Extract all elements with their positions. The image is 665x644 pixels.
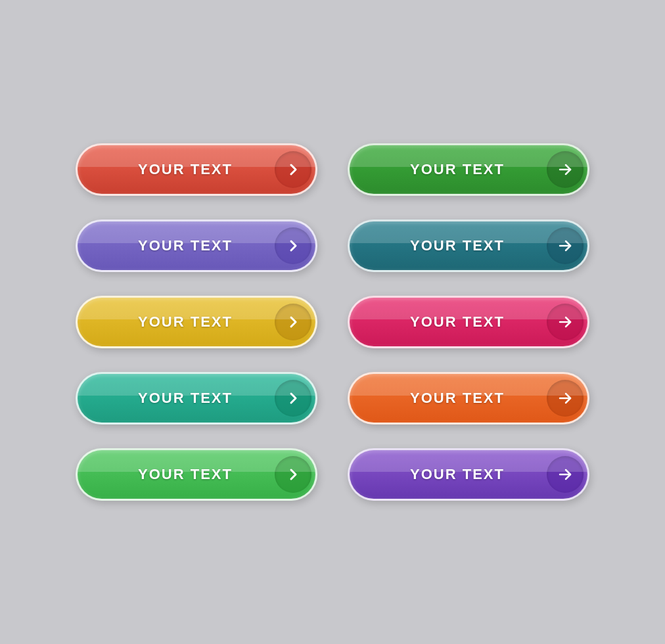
btn-green2-button[interactable]: YOUR TEXT — [76, 448, 317, 501]
button-wrap-btn-purple: YOUR TEXT — [76, 219, 317, 272]
btn-green2-label: YOUR TEXT — [96, 466, 275, 483]
button-wrap-btn-orange: YOUR TEXT — [348, 372, 589, 425]
chevron-right-icon — [275, 151, 311, 188]
chevron-right-icon — [275, 456, 311, 493]
btn-teal-button[interactable]: YOUR TEXT — [76, 372, 317, 425]
btn-orange-label: YOUR TEXT — [368, 390, 547, 407]
button-wrap-btn-teal-dark: YOUR TEXT — [348, 219, 589, 272]
button-wrap-btn-red: YOUR TEXT — [76, 143, 317, 196]
btn-yellow-button[interactable]: YOUR TEXT — [76, 296, 317, 348]
button-grid: YOUR TEXT YOUR TEXT YOUR TEXT YOUR TEXT … — [49, 117, 616, 527]
chevron-right-icon — [275, 227, 311, 264]
button-wrap-btn-yellow: YOUR TEXT — [76, 296, 317, 348]
btn-pink-label: YOUR TEXT — [368, 313, 547, 331]
button-wrap-btn-green: YOUR TEXT — [348, 143, 589, 196]
btn-teal-dark-button[interactable]: YOUR TEXT — [348, 219, 589, 272]
btn-pink-button[interactable]: YOUR TEXT — [348, 296, 589, 348]
btn-teal-dark-label: YOUR TEXT — [368, 237, 547, 254]
btn-green-button[interactable]: YOUR TEXT — [348, 143, 589, 196]
button-wrap-btn-green2: YOUR TEXT — [76, 448, 317, 501]
chevron-right-icon — [275, 304, 311, 340]
btn-orange-button[interactable]: YOUR TEXT — [348, 372, 589, 425]
btn-violet-label: YOUR TEXT — [368, 466, 547, 483]
btn-purple-button[interactable]: YOUR TEXT — [76, 219, 317, 272]
btn-red-button[interactable]: YOUR TEXT — [76, 143, 317, 196]
button-wrap-btn-violet: YOUR TEXT — [348, 448, 589, 501]
arrow-right-icon — [547, 456, 584, 493]
chevron-right-icon — [275, 380, 311, 417]
button-wrap-btn-pink: YOUR TEXT — [348, 296, 589, 348]
btn-yellow-label: YOUR TEXT — [96, 313, 275, 331]
btn-violet-button[interactable]: YOUR TEXT — [348, 448, 589, 501]
arrow-right-icon — [547, 151, 584, 188]
arrow-right-icon — [547, 380, 584, 417]
button-wrap-btn-teal: YOUR TEXT — [76, 372, 317, 425]
btn-green-label: YOUR TEXT — [368, 161, 547, 178]
btn-teal-label: YOUR TEXT — [96, 390, 275, 407]
btn-purple-label: YOUR TEXT — [96, 237, 275, 254]
arrow-right-icon — [547, 227, 584, 264]
btn-red-label: YOUR TEXT — [96, 161, 275, 178]
arrow-right-icon — [547, 304, 584, 340]
